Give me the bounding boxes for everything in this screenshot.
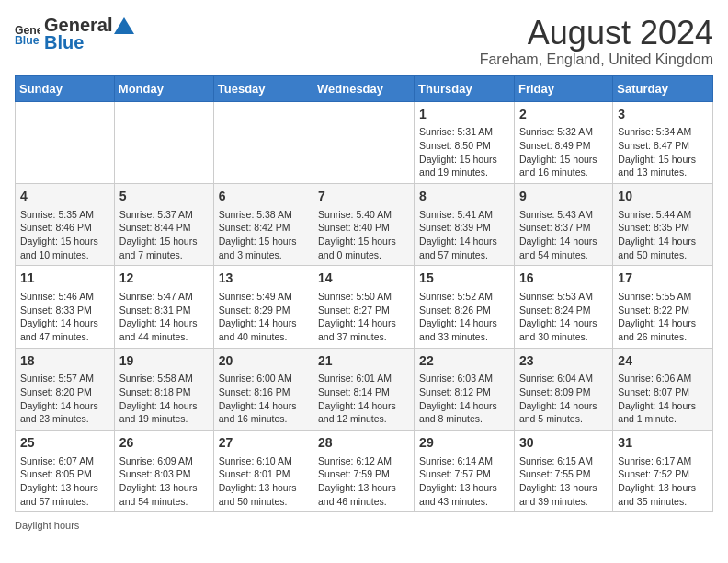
col-sunday: Sunday — [16, 75, 115, 101]
calendar-cell: 24Sunrise: 6:06 AMSunset: 8:07 PMDayligh… — [613, 348, 713, 430]
day-number: 12 — [119, 270, 209, 288]
calendar-cell — [114, 101, 213, 183]
day-info: Sunrise: 6:10 AMSunset: 8:01 PMDaylight:… — [219, 454, 308, 509]
calendar-cell: 1Sunrise: 5:31 AMSunset: 8:50 PMDaylight… — [415, 101, 515, 183]
day-number: 19 — [119, 352, 209, 371]
calendar-cell: 3Sunrise: 5:34 AMSunset: 8:47 PMDaylight… — [613, 101, 713, 183]
day-number: 20 — [219, 352, 308, 371]
day-number: 4 — [20, 188, 109, 206]
col-tuesday: Tuesday — [213, 75, 313, 101]
day-info: Sunrise: 5:53 AMSunset: 8:24 PMDaylight:… — [519, 290, 608, 344]
calendar-cell: 4Sunrise: 5:35 AMSunset: 8:46 PMDaylight… — [16, 183, 115, 265]
day-info: Sunrise: 6:14 AMSunset: 7:57 PMDaylight:… — [419, 454, 509, 509]
day-info: Sunrise: 6:01 AMSunset: 8:14 PMDaylight:… — [318, 372, 409, 426]
day-info: Sunrise: 5:55 AMSunset: 8:22 PMDaylight:… — [618, 290, 708, 344]
day-number: 17 — [618, 270, 708, 288]
day-info: Sunrise: 5:43 AMSunset: 8:37 PMDaylight:… — [519, 208, 608, 262]
day-number: 26 — [119, 434, 209, 453]
day-number: 2 — [519, 106, 608, 124]
day-number: 13 — [219, 270, 308, 288]
day-number: 22 — [419, 352, 509, 371]
day-number: 25 — [20, 434, 109, 453]
day-number: 29 — [419, 434, 509, 453]
page-header: General Blue General Blue August 2024 Fa… — [15, 15, 713, 68]
day-number: 5 — [119, 188, 209, 206]
day-info: Sunrise: 5:47 AMSunset: 8:31 PMDaylight:… — [119, 290, 209, 344]
header-row: Sunday Monday Tuesday Wednesday Thursday… — [16, 75, 713, 101]
day-number: 11 — [20, 270, 109, 288]
day-info: Sunrise: 5:44 AMSunset: 8:35 PMDaylight:… — [618, 208, 708, 262]
calendar-cell: 12Sunrise: 5:47 AMSunset: 8:31 PMDayligh… — [114, 266, 213, 348]
calendar-body: 1Sunrise: 5:31 AMSunset: 8:50 PMDaylight… — [16, 101, 713, 512]
day-info: Sunrise: 5:58 AMSunset: 8:18 PMDaylight:… — [119, 372, 209, 426]
col-friday: Friday — [514, 75, 612, 101]
col-monday: Monday — [114, 75, 213, 101]
day-info: Sunrise: 6:04 AMSunset: 8:09 PMDaylight:… — [519, 372, 608, 426]
day-info: Sunrise: 5:46 AMSunset: 8:33 PMDaylight:… — [20, 290, 109, 344]
day-number: 15 — [419, 270, 509, 288]
day-info: Sunrise: 6:03 AMSunset: 8:12 PMDaylight:… — [419, 372, 509, 426]
day-number: 7 — [318, 188, 409, 206]
calendar-subtitle: Fareham, England, United Kingdom — [480, 52, 713, 68]
logo-icon: General Blue — [15, 21, 40, 47]
calendar-cell: 28Sunrise: 6:12 AMSunset: 7:59 PMDayligh… — [313, 430, 415, 511]
calendar-cell: 15Sunrise: 5:52 AMSunset: 8:26 PMDayligh… — [415, 266, 515, 348]
day-info: Sunrise: 6:07 AMSunset: 8:05 PMDaylight:… — [20, 454, 109, 509]
calendar-cell: 16Sunrise: 5:53 AMSunset: 8:24 PMDayligh… — [514, 266, 612, 348]
calendar-cell: 13Sunrise: 5:49 AMSunset: 8:29 PMDayligh… — [213, 266, 313, 348]
day-info: Sunrise: 5:57 AMSunset: 8:20 PMDaylight:… — [20, 372, 109, 426]
col-wednesday: Wednesday — [313, 75, 415, 101]
day-number: 30 — [519, 434, 608, 453]
day-info: Sunrise: 5:37 AMSunset: 8:44 PMDaylight:… — [119, 208, 209, 262]
day-info: Sunrise: 6:00 AMSunset: 8:16 PMDaylight:… — [219, 372, 308, 426]
day-info: Sunrise: 5:34 AMSunset: 8:47 PMDaylight:… — [618, 125, 708, 179]
day-number: 3 — [618, 106, 708, 124]
calendar-cell — [313, 101, 415, 183]
day-info: Sunrise: 5:52 AMSunset: 8:26 PMDaylight:… — [419, 290, 509, 344]
calendar-cell: 26Sunrise: 6:09 AMSunset: 8:03 PMDayligh… — [114, 430, 213, 511]
footer: Daylight hours — [15, 520, 713, 531]
day-number: 18 — [20, 352, 109, 371]
calendar-cell: 19Sunrise: 5:58 AMSunset: 8:18 PMDayligh… — [114, 348, 213, 430]
calendar-cell: 9Sunrise: 5:43 AMSunset: 8:37 PMDaylight… — [514, 183, 612, 265]
day-number: 10 — [618, 188, 708, 206]
calendar-cell: 31Sunrise: 6:17 AMSunset: 7:52 PMDayligh… — [613, 430, 713, 511]
day-info: Sunrise: 6:12 AMSunset: 7:59 PMDaylight:… — [318, 454, 409, 509]
day-info: Sunrise: 5:35 AMSunset: 8:46 PMDaylight:… — [20, 208, 109, 262]
day-number: 8 — [419, 188, 509, 206]
calendar-cell: 17Sunrise: 5:55 AMSunset: 8:22 PMDayligh… — [613, 266, 713, 348]
day-info: Sunrise: 5:50 AMSunset: 8:27 PMDaylight:… — [318, 290, 409, 344]
day-number: 1 — [419, 106, 509, 124]
logo-triangle-icon — [114, 16, 134, 36]
calendar-cell — [16, 101, 115, 183]
day-number: 16 — [519, 270, 608, 288]
day-info: Sunrise: 6:17 AMSunset: 7:52 PMDaylight:… — [618, 454, 708, 509]
calendar-cell: 10Sunrise: 5:44 AMSunset: 8:35 PMDayligh… — [613, 183, 713, 265]
day-info: Sunrise: 6:15 AMSunset: 7:55 PMDaylight:… — [519, 454, 608, 509]
col-thursday: Thursday — [415, 75, 515, 101]
day-info: Sunrise: 5:32 AMSunset: 8:49 PMDaylight:… — [519, 125, 608, 179]
calendar-week-2: 4Sunrise: 5:35 AMSunset: 8:46 PMDaylight… — [16, 183, 713, 265]
calendar-table: Sunday Monday Tuesday Wednesday Thursday… — [15, 75, 713, 513]
calendar-cell: 2Sunrise: 5:32 AMSunset: 8:49 PMDaylight… — [514, 101, 612, 183]
day-info: Sunrise: 5:31 AMSunset: 8:50 PMDaylight:… — [419, 125, 509, 179]
day-number: 23 — [519, 352, 608, 371]
calendar-cell: 20Sunrise: 6:00 AMSunset: 8:16 PMDayligh… — [213, 348, 313, 430]
calendar-week-3: 11Sunrise: 5:46 AMSunset: 8:33 PMDayligh… — [16, 266, 713, 348]
logo-text-block: General Blue — [44, 15, 134, 53]
day-number: 24 — [618, 352, 708, 371]
day-number: 21 — [318, 352, 409, 371]
day-number: 6 — [219, 188, 308, 206]
calendar-title: August 2024 — [480, 15, 713, 52]
day-number: 31 — [618, 434, 708, 453]
title-block: August 2024 Fareham, England, United Kin… — [480, 15, 713, 68]
day-info: Sunrise: 5:38 AMSunset: 8:42 PMDaylight:… — [219, 208, 308, 262]
day-info: Sunrise: 6:09 AMSunset: 8:03 PMDaylight:… — [119, 454, 209, 509]
day-info: Sunrise: 5:40 AMSunset: 8:40 PMDaylight:… — [318, 208, 409, 262]
calendar-cell: 25Sunrise: 6:07 AMSunset: 8:05 PMDayligh… — [16, 430, 115, 511]
calendar-cell: 8Sunrise: 5:41 AMSunset: 8:39 PMDaylight… — [415, 183, 515, 265]
calendar-cell: 18Sunrise: 5:57 AMSunset: 8:20 PMDayligh… — [16, 348, 115, 430]
svg-marker-2 — [114, 17, 134, 34]
daylight-label: Daylight hours — [15, 520, 79, 531]
calendar-cell: 21Sunrise: 6:01 AMSunset: 8:14 PMDayligh… — [313, 348, 415, 430]
